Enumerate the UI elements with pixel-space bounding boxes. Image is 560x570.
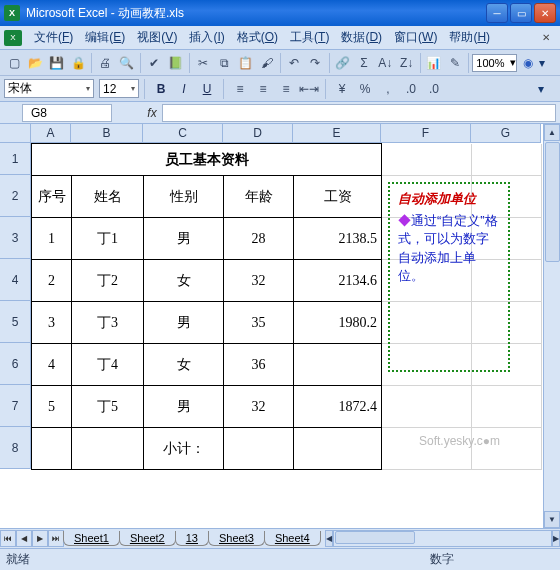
- status-mode: 数字: [430, 551, 454, 568]
- tip-callout: 自动添加单位 ◆通过“自定义”格式，可以为数字自动添加上单位。: [388, 182, 510, 372]
- sort-asc-icon[interactable]: A↓: [375, 52, 395, 74]
- col-header-D[interactable]: D: [223, 124, 293, 143]
- spelling-icon[interactable]: ✔: [144, 52, 164, 74]
- close-button[interactable]: ✕: [534, 3, 556, 23]
- horizontal-scrollbar[interactable]: ◀ ▶: [325, 530, 560, 547]
- menu-e[interactable]: 编辑(E): [79, 27, 131, 47]
- increase-decimal-icon[interactable]: .0: [400, 78, 422, 100]
- window-title: Microsoft Excel - 动画教程.xls: [26, 5, 486, 22]
- sheet-tab-Sheet1[interactable]: Sheet1: [63, 531, 120, 546]
- sheet-tab-Sheet4[interactable]: Sheet4: [264, 531, 321, 546]
- menu-d[interactable]: 数据(D): [335, 27, 388, 47]
- tip-body: ◆通过“自定义”格式，可以为数字自动添加上单位。: [398, 212, 500, 285]
- scroll-down-icon[interactable]: ▼: [544, 511, 560, 528]
- font-size-combo[interactable]: 12▾: [99, 79, 139, 98]
- permission-icon[interactable]: 🔒: [68, 52, 88, 74]
- sort-desc-icon[interactable]: Z↓: [396, 52, 416, 74]
- italic-button[interactable]: I: [173, 78, 195, 100]
- decrease-decimal-icon[interactable]: .0: [423, 78, 445, 100]
- watermark: Soft.yesky.c●m: [419, 434, 500, 448]
- tip-title: 自动添加单位: [398, 190, 500, 208]
- drawing-icon[interactable]: ✎: [445, 52, 465, 74]
- format-painter-icon[interactable]: 🖌: [257, 52, 277, 74]
- standard-toolbar: ▢ 📂 💾 🔒 🖨 🔍 ✔ 📗 ✂ ⧉ 📋 🖌 ↶ ↷ 🔗 Σ A↓ Z↓ 📊 …: [0, 50, 560, 76]
- underline-button[interactable]: U: [196, 78, 218, 100]
- minimize-button[interactable]: ─: [486, 3, 508, 23]
- row-header-5[interactable]: 5: [0, 301, 31, 343]
- row-header-7[interactable]: 7: [0, 385, 31, 427]
- align-center-icon[interactable]: ≡: [252, 78, 274, 100]
- hscroll-thumb[interactable]: [335, 531, 415, 544]
- maximize-button[interactable]: ▭: [510, 3, 532, 23]
- print-preview-icon[interactable]: 🔍: [117, 52, 137, 74]
- bold-button[interactable]: B: [150, 78, 172, 100]
- col-header-E[interactable]: E: [293, 124, 381, 143]
- formula-input[interactable]: [162, 104, 556, 122]
- tab-last-icon[interactable]: ⏭: [48, 530, 64, 547]
- currency-icon[interactable]: ¥: [331, 78, 353, 100]
- research-icon[interactable]: 📗: [165, 52, 185, 74]
- menu-h[interactable]: 帮助(H): [443, 27, 496, 47]
- scroll-up-icon[interactable]: ▲: [544, 124, 560, 141]
- align-right-icon[interactable]: ≡: [275, 78, 297, 100]
- menu-o[interactable]: 格式(O): [231, 27, 284, 47]
- tab-next-icon[interactable]: ▶: [32, 530, 48, 547]
- select-all-corner[interactable]: [0, 124, 31, 143]
- new-icon[interactable]: ▢: [4, 52, 24, 74]
- sheet-tab-Sheet2[interactable]: Sheet2: [119, 531, 176, 546]
- scroll-left-icon[interactable]: ◀: [325, 530, 333, 547]
- menu-w[interactable]: 窗口(W): [388, 27, 443, 47]
- fx-icon[interactable]: fx: [142, 106, 162, 120]
- excel-icon: X: [4, 5, 20, 21]
- toolbar-options-icon[interactable]: ▾: [539, 56, 552, 70]
- cut-icon[interactable]: ✂: [193, 52, 213, 74]
- name-box[interactable]: G8: [22, 104, 112, 122]
- row-header-1[interactable]: 1: [0, 143, 31, 175]
- workbook-close-button[interactable]: ✕: [538, 31, 554, 45]
- col-header-B[interactable]: B: [71, 124, 143, 143]
- col-header-A[interactable]: A: [31, 124, 71, 143]
- chart-icon[interactable]: 📊: [424, 52, 444, 74]
- comma-icon[interactable]: ,: [377, 78, 399, 100]
- row-header-6[interactable]: 6: [0, 343, 31, 385]
- col-header-G[interactable]: G: [471, 124, 541, 143]
- sheet-tab-13[interactable]: 13: [175, 531, 209, 546]
- menu-t[interactable]: 工具(T): [284, 27, 335, 47]
- menu-f[interactable]: 文件(F): [28, 27, 79, 47]
- vertical-scrollbar[interactable]: ▲ ▼: [543, 124, 560, 528]
- format-toolbar-options-icon[interactable]: ▾: [538, 82, 552, 96]
- sheet-tab-Sheet3[interactable]: Sheet3: [208, 531, 265, 546]
- autosum-icon[interactable]: Σ: [354, 52, 374, 74]
- open-icon[interactable]: 📂: [25, 52, 45, 74]
- status-bar: 就绪 数字: [0, 548, 560, 570]
- row-header-8[interactable]: 8: [0, 427, 31, 469]
- zoom-combo[interactable]: 100%▾: [472, 54, 516, 72]
- font-name-combo[interactable]: 宋体▾: [4, 79, 94, 98]
- print-icon[interactable]: 🖨: [95, 52, 115, 74]
- hyperlink-icon[interactable]: 🔗: [332, 52, 352, 74]
- workbook-icon[interactable]: X: [4, 30, 22, 46]
- percent-icon[interactable]: %: [354, 78, 376, 100]
- title-bar: X Microsoft Excel - 动画教程.xls ─ ▭ ✕: [0, 0, 560, 26]
- tab-prev-icon[interactable]: ◀: [16, 530, 32, 547]
- col-header-F[interactable]: F: [381, 124, 471, 143]
- merge-center-icon[interactable]: ⇤⇥: [298, 78, 320, 100]
- paste-icon[interactable]: 📋: [235, 52, 255, 74]
- save-icon[interactable]: 💾: [47, 52, 67, 74]
- undo-icon[interactable]: ↶: [284, 52, 304, 74]
- help-icon[interactable]: ◉: [518, 52, 538, 74]
- scroll-right-icon[interactable]: ▶: [552, 530, 560, 547]
- menu-bar: X 文件(F)编辑(E)视图(V)插入(I)格式(O)工具(T)数据(D)窗口(…: [0, 26, 560, 50]
- scroll-thumb[interactable]: [545, 142, 560, 262]
- row-headers: 12345678: [0, 143, 31, 469]
- row-header-3[interactable]: 3: [0, 217, 31, 259]
- col-header-C[interactable]: C: [143, 124, 223, 143]
- tab-first-icon[interactable]: ⏮: [0, 530, 16, 547]
- row-header-4[interactable]: 4: [0, 259, 31, 301]
- redo-icon[interactable]: ↷: [305, 52, 325, 74]
- copy-icon[interactable]: ⧉: [214, 52, 234, 74]
- align-left-icon[interactable]: ≡: [229, 78, 251, 100]
- row-header-2[interactable]: 2: [0, 175, 31, 217]
- menu-v[interactable]: 视图(V): [131, 27, 183, 47]
- menu-i[interactable]: 插入(I): [183, 27, 230, 47]
